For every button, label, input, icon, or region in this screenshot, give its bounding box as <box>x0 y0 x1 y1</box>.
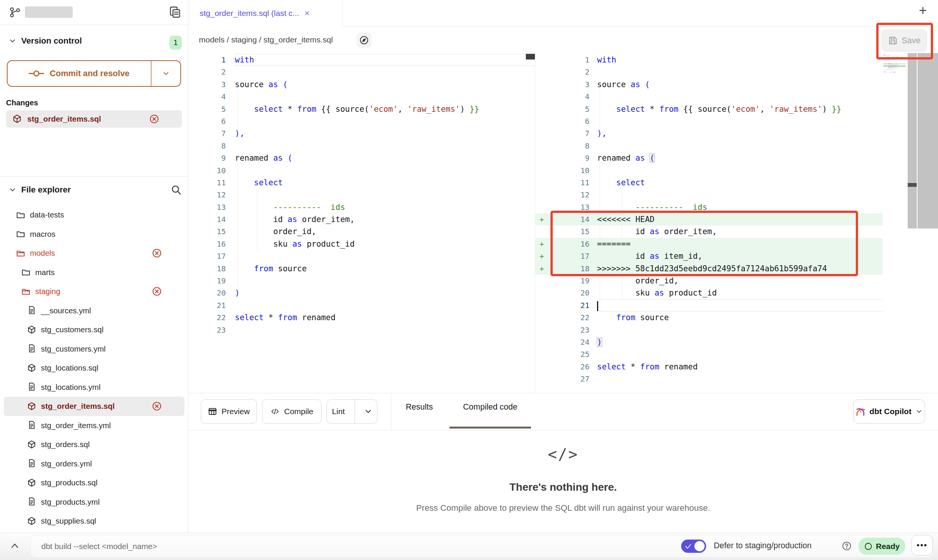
changes-count-badge: 1 <box>169 36 182 50</box>
commit-and-resolve-button[interactable]: Commit and resolve <box>7 60 181 87</box>
code-line-6: 6 <box>535 115 883 127</box>
window-scrollbar-track[interactable] <box>918 53 938 228</box>
compile-button[interactable]: Compile <box>262 399 322 424</box>
changed-file-row[interactable]: stg_order_items.sql <box>6 110 182 128</box>
changes-heading: Changes <box>6 99 38 107</box>
file-row-stg_locations.yml[interactable]: stg_locations.yml <box>4 378 184 397</box>
defer-label: Defer to staging/production <box>714 541 811 551</box>
file-row-stg_products.sql[interactable]: stg_products.sql <box>4 473 184 493</box>
file-row-data-tests[interactable]: data-tests <box>4 205 184 225</box>
code-line-17: +17 id as item_id, <box>535 250 883 262</box>
dbt-copilot-button[interactable]: dbt Copilot <box>853 399 925 424</box>
sidebar: Version control 1 Commit and resolve Cha… <box>0 0 188 533</box>
folder-icon <box>21 287 31 296</box>
folder-icon <box>16 249 25 258</box>
file-row-staging[interactable]: staging <box>4 282 184 301</box>
yml-doc-icon <box>27 382 36 392</box>
chevron-down-icon <box>915 408 923 415</box>
code-line-16: +16======= <box>535 238 883 250</box>
compiled-code-empty-state: </> There's nothing here. Press Compile … <box>188 430 938 513</box>
code-line-22: 22 from source <box>535 311 883 324</box>
code-line-7: 7), <box>535 127 883 139</box>
model-cube-icon <box>27 402 36 411</box>
file-row-stg_order_items.yml[interactable]: stg_order_items.yml <box>4 416 184 435</box>
commit-options-dropdown[interactable] <box>152 61 180 86</box>
editor-scrollbar-track[interactable] <box>908 53 917 228</box>
code-line-9: 9renamed as ( <box>189 152 535 164</box>
code-line-17: 17 <box>189 250 535 262</box>
save-floppy-icon <box>888 36 898 45</box>
editor-pane-left[interactable]: 1with23source as (45 select * from {{ so… <box>189 54 535 336</box>
file-row-stg_supplies.sql[interactable]: stg_supplies.sql <box>4 512 184 531</box>
code-line-18: 18 from source <box>189 263 535 275</box>
lint-options-dropdown[interactable] <box>360 407 377 416</box>
code-glyph-icon: </> <box>188 446 938 463</box>
ide-status-badge[interactable]: Ready <box>858 538 905 555</box>
file-row-stg_products.yml[interactable]: stg_products.yml <box>4 493 184 512</box>
chevron-down-icon[interactable] <box>8 37 17 45</box>
status-circle-icon <box>864 542 872 551</box>
file-row-stg_order_items.sql[interactable]: stg_order_items.sql <box>4 397 184 416</box>
code-line-1: 1with <box>535 54 883 66</box>
save-button[interactable]: Save <box>882 30 927 52</box>
file-row-stg_orders.sql[interactable]: stg_orders.sql <box>4 435 184 454</box>
tab-results[interactable]: Results <box>406 402 433 412</box>
preview-button[interactable]: Preview <box>201 399 257 424</box>
tab-compiled-code[interactable]: Compiled code <box>449 402 531 412</box>
chevron-down-icon <box>364 407 373 416</box>
file-row-macros[interactable]: macros <box>4 225 184 244</box>
more-options-button[interactable]: ••• <box>911 535 933 555</box>
file-row-stg_customers.sql[interactable]: stg_customers.sql <box>4 320 184 339</box>
code-line-22: 22select * from renamed <box>189 311 535 324</box>
code-line-20: 20) <box>189 287 535 299</box>
discard-change-icon[interactable] <box>152 248 162 258</box>
chevron-down-icon <box>162 69 170 78</box>
editor-scrollbar-thumb[interactable] <box>908 183 917 187</box>
file-row-stg_orders.yml[interactable]: stg_orders.yml <box>4 454 184 474</box>
help-icon[interactable] <box>842 541 852 551</box>
code-line-3: 3source as ( <box>189 78 535 91</box>
commit-icon <box>29 70 44 77</box>
file-row-__sources.yml[interactable]: __sources.yml <box>4 301 184 321</box>
lint-button[interactable]: Lint <box>327 399 377 424</box>
discard-change-icon[interactable] <box>152 401 162 411</box>
lineage-button[interactable] <box>356 33 372 48</box>
model-cube-icon <box>12 114 22 124</box>
file-row-stg_locations.sql[interactable]: stg_locations.sql <box>4 358 184 378</box>
defer-toggle[interactable] <box>681 540 706 553</box>
file-row-models[interactable]: models <box>4 244 184 263</box>
file-row-marts[interactable]: marts <box>4 263 184 282</box>
chevron-down-icon[interactable] <box>8 186 17 194</box>
yml-doc-icon <box>27 497 36 507</box>
discard-change-icon[interactable] <box>149 114 159 124</box>
close-icon[interactable]: × <box>305 9 310 18</box>
new-tab-button[interactable]: + <box>915 2 931 19</box>
folder-icon <box>21 267 31 277</box>
dbt-ide-window: Version control 1 Commit and resolve Cha… <box>0 0 938 560</box>
branch-selector[interactable] <box>9 6 73 18</box>
code-line-13: 13 ---------- ids <box>189 201 535 213</box>
file-row-stg_customers.yml[interactable]: stg_customers.yml <box>4 339 184 359</box>
code-line-12: 12 <box>535 189 883 201</box>
discard-change-icon[interactable] <box>152 286 162 296</box>
code-line-20: 20 sku as product_id <box>535 287 883 299</box>
code-line-16: 16 sku as product_id <box>189 238 535 250</box>
chevron-up-icon[interactable] <box>9 540 20 552</box>
tab-stg-order-items[interactable]: stg_order_items.sql (last c... × <box>189 0 343 27</box>
yml-doc-icon <box>27 306 36 315</box>
code-line-11: 11 select <box>535 177 883 189</box>
code-line-24: 24) <box>535 336 883 348</box>
code-line-27: 27 <box>535 373 883 385</box>
empty-state-title: There's nothing here. <box>188 481 938 493</box>
editor-pane-right[interactable]: 1with23source as (45 select * from {{ so… <box>535 54 883 385</box>
left-editor-scrollbar-thumb[interactable] <box>526 54 535 59</box>
duplicate-files-icon[interactable] <box>169 6 181 18</box>
code-line-14: 14 id as order_item, <box>189 213 535 225</box>
code-line-21: 21 <box>535 299 883 311</box>
code-line-5: 5 select * from {{ source('ecom', 'raw_i… <box>535 103 883 115</box>
git-branch-icon <box>9 6 20 18</box>
search-icon[interactable] <box>170 184 182 196</box>
minimap[interactable]: withsource as ( select * from {{ source(… <box>883 54 905 74</box>
code-line-2: 2 <box>535 66 883 78</box>
code-line-19: 19 order_id, <box>535 275 883 287</box>
